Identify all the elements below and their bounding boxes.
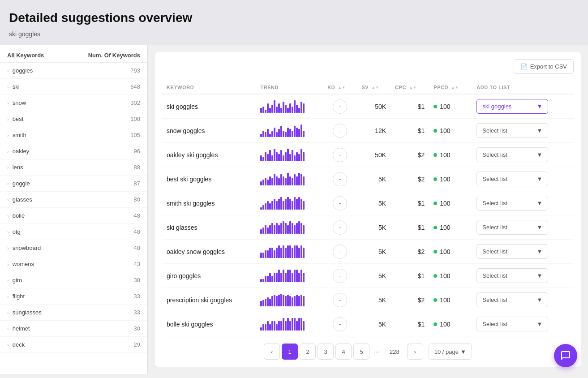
trend-bar [271,248,273,258]
select-list-button[interactable]: Select list ▼ [476,268,548,283]
th-cpc[interactable]: CPC ▲▼ [391,81,429,94]
trend-bar [300,125,302,137]
trend-bar [280,223,282,233]
table-row: giro goggles - 5K $1 100 Select list ▼ [162,264,574,288]
sidebar-item-best[interactable]: › best 108 [0,111,147,127]
keyword-cell: best ski goggles [162,167,256,191]
ppcd-value: 100 [440,176,450,183]
kd-badge: - [333,245,347,259]
sidebar-item-goggle[interactable]: › goggle 87 [0,176,147,192]
select-list-button[interactable]: Select list ▼ [476,123,548,138]
trend-bar [267,297,269,306]
kd-cell: - [323,240,357,264]
sidebar-item-sunglasses[interactable]: › sunglasses 33 [0,305,147,321]
select-list-button[interactable]: Select list ▼ [476,220,548,235]
trend-bar [267,154,269,161]
sidebar-item-oakley[interactable]: › oakley 96 [0,143,147,159]
trend-bar [303,103,305,113]
sidebar-item-label: lens [13,164,23,171]
add-to-list-cell: Select list ▼ [472,143,574,167]
sidebar-item-count: 108 [130,116,140,122]
chat-support-button[interactable] [554,344,577,367]
sidebar-item-flight[interactable]: › flight 33 [0,288,147,305]
pagination-page-2-button[interactable]: 2 [300,344,316,360]
chevron-right-icon: › [7,342,9,348]
pagination-page-4-button[interactable]: 4 [335,344,352,360]
trend-bar [280,321,282,331]
th-kd[interactable]: KD ▲▼ [323,81,357,94]
trend-bar [260,155,262,161]
select-list-button[interactable]: Select list ▼ [476,317,548,331]
th-ppcd[interactable]: PPCD ▲▼ [429,81,472,94]
sidebar-item-label: flight [13,293,25,300]
sidebar-item-glasses[interactable]: › glasses 80 [0,192,147,208]
sidebar-item-snow[interactable]: › snow 302 [0,95,147,111]
pagination-next-button[interactable]: › [407,344,423,360]
chevron-down-icon: ▼ [536,200,542,206]
trend-bar [278,154,280,161]
pagination-page-5-button[interactable]: 5 [353,344,369,360]
sidebar-item-ski[interactable]: › ski 648 [0,79,147,95]
trend-bar [262,131,264,137]
sidebar-item-count: 48 [134,245,140,251]
kd-badge: - [333,269,347,283]
pagination-prev-button[interactable]: ‹ [264,344,280,360]
trend-bar [278,199,280,209]
trend-bar [265,203,266,210]
trend-bar [294,155,296,161]
ppcd-cell: 100 [429,288,472,312]
sidebar-item-smith[interactable]: › smith 105 [0,127,147,143]
table-header-row: KEYWORD TREND KD ▲▼ SV ▲▼ CPC ▲▼ PPCD ▲▼… [162,81,574,94]
sidebar-item-label: best [13,116,24,122]
th-sv[interactable]: SV ▲▼ [357,81,391,94]
cpc-cell: $1 [391,264,429,288]
trend-bars [260,197,318,210]
trend-bar [300,174,302,185]
per-page-selector[interactable]: 10 / page ▼ [429,344,472,360]
chevron-right-icon: › [7,68,9,73]
select-list-button[interactable]: Select list ▼ [476,147,548,162]
sidebar-item-helmet[interactable]: › helmet 30 [0,321,147,337]
chevron-down-icon: ▼ [536,151,542,158]
sidebar-item-giro[interactable]: › giro 38 [0,272,147,288]
trend-bar [260,229,262,233]
sidebar-item-snowboard[interactable]: › snowboard 48 [0,240,147,256]
sidebar-item-label: deck [13,341,25,348]
sidebar-item-count: 793 [130,67,140,74]
sidebar-item-goggles[interactable]: › goggles 793 [0,63,147,79]
trend-bar [294,126,296,137]
sidebar-item-lens[interactable]: › lens 88 [0,159,147,176]
sidebar-item-otg[interactable]: › otg 48 [0,224,147,240]
sv-cell: 5K [357,312,391,336]
export-csv-button[interactable]: 📄 Export to CSV [514,59,574,74]
trend-bar [265,324,266,331]
select-list-button[interactable]: Select list ▼ [476,292,548,307]
trend-bar [303,201,305,210]
sidebar-item-label: womens [13,261,34,267]
keyword-cell: bolle ski goggles [162,312,256,336]
trend-bar [283,221,284,234]
trend-bar [303,321,305,331]
trend-cell [256,191,323,215]
ppcd-dot-icon [433,298,437,302]
ppcd-value: 100 [440,224,450,231]
sidebar-item-label: otg [13,228,21,235]
pagination-page-1-button[interactable]: 1 [282,344,298,360]
trend-bar [269,150,271,161]
ppcd-cell: 100 [429,94,472,119]
select-list-button[interactable]: Select list ▼ [476,244,548,259]
pagination-page-3-button[interactable]: 3 [318,344,334,360]
select-list-button[interactable]: ski goggles ▼ [476,99,548,114]
sidebar-item-deck[interactable]: › deck 29 [0,337,147,353]
chevron-down-icon: ▼ [536,224,542,231]
trend-bar [285,296,287,306]
select-list-button[interactable]: Select list ▼ [476,196,548,210]
sidebar-item-womens[interactable]: › womens 43 [0,256,147,272]
trend-bar [294,318,296,331]
trend-bar [269,248,271,258]
sidebar-item-bolle[interactable]: › bolle 48 [0,208,147,224]
select-list-button[interactable]: Select list ▼ [476,172,548,186]
trend-bar [267,250,269,258]
trend-bar [280,294,282,306]
trend-bar [276,176,278,185]
